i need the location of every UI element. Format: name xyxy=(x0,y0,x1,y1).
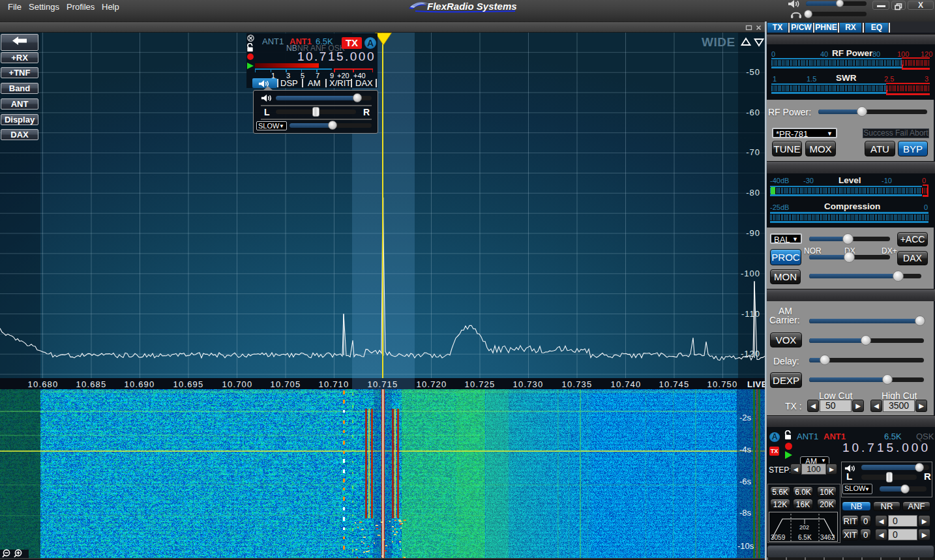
svg-text:-2s: -2s xyxy=(739,413,752,422)
svg-text:-4s: -4s xyxy=(739,445,752,454)
svg-text:3462: 3462 xyxy=(820,534,835,541)
svg-text:-10s: -10s xyxy=(737,541,754,551)
svg-text:-6s: -6s xyxy=(739,477,752,486)
svg-text:6.5K: 6.5K xyxy=(798,534,812,541)
svg-text:3059: 3059 xyxy=(771,534,786,541)
svg-text:FlexRadio Systems: FlexRadio Systems xyxy=(427,1,517,12)
svg-text:202: 202 xyxy=(799,524,809,531)
svg-text:-8s: -8s xyxy=(739,508,752,518)
